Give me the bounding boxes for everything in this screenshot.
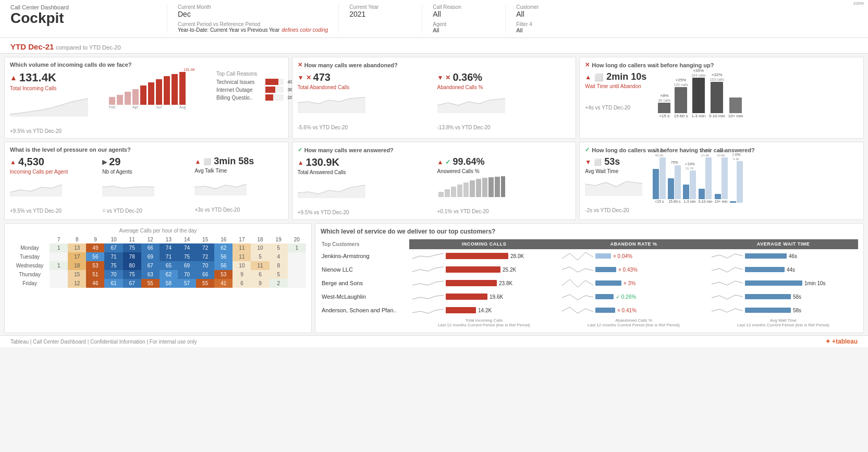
heatmap-h13: 13 [160, 236, 178, 243]
heatmap-cell: 1 [50, 261, 68, 270]
customer-row-2-name: Nienow LLC [321, 263, 409, 276]
heatmap-cell: 71 [104, 252, 123, 261]
heatmap-cell: 8 [270, 261, 288, 270]
heatmap-cell: 53 [86, 261, 104, 270]
heatmap-cell: 58 [160, 279, 178, 288]
heatmap-cell: 51 [86, 270, 104, 279]
heatmap-cell: 4 [270, 252, 288, 261]
filter-customer[interactable]: Customer All Filter 4 All [505, 4, 589, 33]
heatmap-h17: 17 [233, 236, 251, 243]
col-incoming-header: INCOMING CALLS [409, 239, 559, 249]
cust2-abandon-trend [562, 264, 593, 275]
ytd-bar: YTD Dec-21 compared to YTD Dec-20 [0, 38, 868, 54]
svg-rect-3 [125, 92, 131, 105]
heatmap-cell: 17 [68, 252, 86, 261]
heatmap-cell: 74 [160, 243, 178, 252]
filter-period-desc: Year-to-Date: Current Year vs Previous Y… [178, 27, 279, 33]
svg-text:Apr: Apr [132, 105, 139, 109]
cust1-wait-trend [712, 251, 743, 261]
heatmap-cell: 65 [160, 261, 178, 270]
customer-row-1-calls: 28.0K [409, 249, 559, 263]
svg-rect-6 [148, 82, 154, 105]
reason-row-3: Billing Questio.. 28.8K [216, 94, 300, 101]
avg-wait-time-kpi: ▼ ⬜ 53s Avg Wait Time -2s vs YTD Dec-20 [585, 156, 647, 213]
heatmap-cell: 1 [288, 243, 306, 252]
svg-marker-0 [10, 99, 88, 117]
customer-row-4-abandon: ✓ 0.26% [559, 290, 708, 303]
heatmap-cell [288, 252, 306, 261]
wait-bar-1560: ×25% 120 calls 15-60 s [674, 78, 688, 118]
heatmap-cell [50, 279, 68, 288]
incoming-calls-label: Total Incoming Calls [10, 85, 104, 91]
svg-text:Jun: Jun [156, 105, 162, 109]
customers-grid: Top Customers INCOMING CALLS ABANDON RAT… [321, 239, 858, 328]
heatmap-cell: 6 [251, 270, 269, 279]
heatmap-cell: 69 [178, 261, 196, 270]
heatmap-cell: 72 [196, 243, 214, 252]
heatmap-day-monday: Monday [10, 243, 50, 252]
reasons-title: Top Call Reasons [216, 71, 300, 77]
top-customers-card: Which level of service do we deliver to … [315, 223, 864, 333]
agent-pressure-card: What is the level of pressure on our age… [4, 142, 289, 220]
heatmap-cell: 5 [270, 270, 288, 279]
avg-wait-chart [585, 176, 642, 196]
filter-call-reason[interactable]: Call Reason All Agent All [422, 4, 505, 33]
filter-period-label: Current Period vs Reference Period [178, 21, 328, 27]
heatmap-day-col [10, 236, 50, 243]
svg-rect-29 [482, 178, 487, 197]
svg-rect-5 [140, 85, 146, 105]
heatmap-cell: 70 [196, 261, 214, 270]
customer-row-1-abandon: × 0.04% [559, 249, 708, 263]
heatmap-cell: 70 [104, 270, 123, 279]
heatmap-cell: 46 [86, 279, 104, 288]
filter-year-label: Current Year [349, 4, 411, 10]
heatmap-cell [50, 252, 68, 261]
customer-row-3-abandon: × 3% [559, 276, 708, 290]
header: Call Center Dashboard Cockpit Current Mo… [0, 0, 868, 38]
customer-row-5-calls: 14.2K [409, 303, 559, 317]
heatmap-cell: 71 [160, 252, 178, 261]
filter-current-month[interactable]: Current Month Dec Current Period vs Refe… [167, 4, 338, 33]
svg-rect-10 [179, 72, 186, 105]
svg-rect-28 [476, 179, 481, 197]
svg-rect-9 [172, 74, 178, 105]
heatmap-cell: 49 [86, 243, 104, 252]
monthly-bars-chart: 131.4K Feb Apr Jun Aug [108, 71, 212, 105]
wait-hangup-value: ▲ ⬜ 2min 10s [585, 71, 653, 82]
heatmap-h20: 20 [288, 236, 306, 243]
heatmap-cell: 62 [214, 243, 233, 252]
kpi-nb-agents: ▶ 29 Nb of Agents = vs YTD Dec-20 [102, 156, 190, 214]
col-customers-header: Top Customers [321, 239, 409, 249]
customer-row-4-name: West-McLaughlin [321, 290, 409, 303]
filter-month-label: Current Month [178, 4, 328, 10]
col-waittime-header: AVERAGE WAIT TIME [708, 239, 858, 249]
cust3-abandon-trend [562, 278, 593, 288]
heatmap-cell [50, 270, 68, 279]
wait-bar-310min: ×32% 153 calls 3-10 min [709, 72, 725, 118]
heatmap-cell: 41 [214, 279, 233, 288]
customer-row-3-wait: 1min 10s [708, 276, 858, 290]
svg-text:Aug: Aug [179, 105, 186, 109]
customer-row-1-wait: 46s [708, 249, 858, 263]
wait-hangup-card: ✕ How long do callers wait before hangin… [579, 57, 864, 139]
heatmap-cell: 55 [196, 279, 214, 288]
wait-bar-13min: ×35% 164 calls 1-3 min [691, 68, 706, 118]
svg-text:131.4K: 131.4K [184, 68, 195, 71]
heatmap-table: 7 8 9 10 11 12 13 14 15 16 17 18 19 20 M… [10, 236, 306, 288]
kpi-calls-per-agent: ▲ 4,530 Incoming Calls per Agent +9.5% v… [10, 156, 98, 214]
wait-hangup-title: ✕ How long do callers wait before hangin… [585, 62, 858, 68]
ytd-compared: compared to YTD Dec-20 [56, 44, 121, 51]
abandoned-calls-label: Total Abandoned Calls [298, 84, 431, 90]
heatmap-cell: 57 [178, 279, 196, 288]
kpi-avg-talk-time: ▲ ⬜ 3min 58s Avg Talk Time +3s vs YTD De… [194, 156, 283, 213]
col3-subtitle: Avg Wait Time Last 12 months Current Per… [708, 317, 858, 328]
cust1-abandon-trend [562, 251, 593, 261]
heatmap-cell: 11 [233, 252, 251, 261]
wait-ans-10plus: ✓8% 10.6K 10+ min [715, 149, 728, 203]
filter-current-year[interactable]: Current Year 2021 [338, 4, 422, 33]
heatmap-cell: 75 [178, 252, 196, 261]
heatmap-cell: 72 [196, 252, 214, 261]
svg-rect-1 [109, 97, 115, 105]
answered-total: ▲ 130.9K Total Answered Calls +9.5% vs Y… [298, 156, 431, 215]
heatmap-cell: 56 [86, 252, 104, 261]
